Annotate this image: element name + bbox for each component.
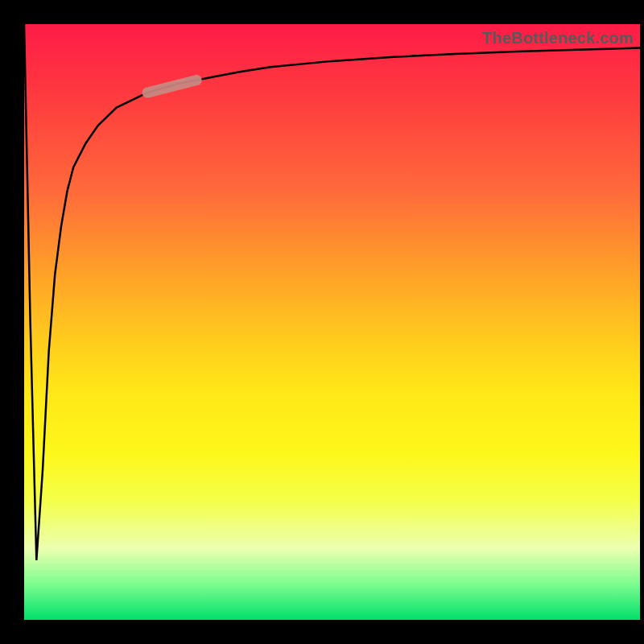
chart-svg [24,24,640,620]
chart-frame: TheBottleneck.com [0,0,644,644]
highlight-segment [147,80,196,93]
bottleneck-curve [24,24,640,560]
plot-area: TheBottleneck.com [24,24,640,620]
